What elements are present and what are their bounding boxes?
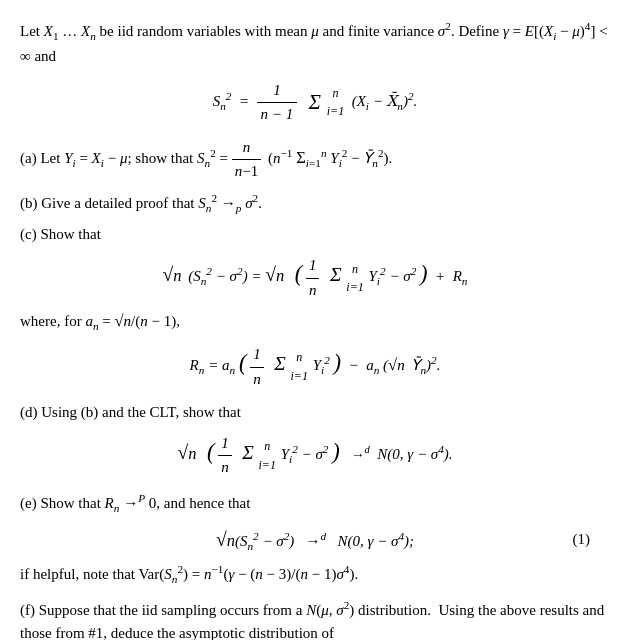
part-c-label: (c) Show that: [20, 223, 610, 246]
rn-equation: Rn = an ( 1 n Σ n i=1 Yi2 ) − an (√n Ȳn)…: [20, 343, 610, 391]
problem-container: Let X1 … Xn be iid random variables with…: [20, 18, 610, 640]
part-c-where: where, for an = √n/(n − 1),: [20, 308, 610, 335]
part-f-text: (f) Suppose that the iid sampling occurs…: [20, 597, 610, 640]
part-c-equation: √n (Sn2 − σ2) = √n ( 1 n Σ n i=1 Yi2 − σ…: [20, 254, 610, 302]
intro-text: Let X1 … Xn be iid random variables with…: [20, 18, 610, 69]
part-d-label: (d) Using (b) and the CLT, show that: [20, 401, 610, 424]
part-a: (a) Let Yi = Xi − μ; show that Sn2 = n n…: [20, 136, 610, 184]
equation-number: (1): [573, 529, 591, 552]
part-e-note: if helpful, note that Var(Sn2) = n−1(γ −…: [20, 561, 610, 588]
part-b: (b) Give a detailed proof that Sn2 →p σ2…: [20, 190, 610, 217]
sn-definition: Sn2 = 1 n − 1 Σ n i=1 (Xi − X̄n)2.: [20, 79, 610, 127]
part-e-label: (e) Show that Rn →P 0, and hence that: [20, 490, 610, 517]
part-d-equation: √n ( 1 n Σ n i=1 Yi2 − σ2 ) →d N(0, γ − …: [20, 432, 610, 480]
part-e-equation: (1) √n(Sn2 − σ2) →d N(0, γ − σ4);: [20, 525, 610, 555]
